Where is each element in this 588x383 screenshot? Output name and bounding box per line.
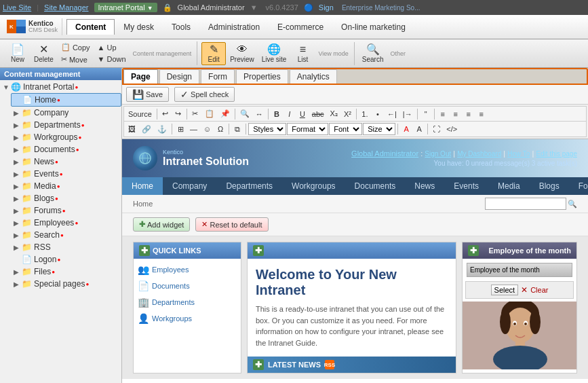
website-nav-media[interactable]: Media — [488, 177, 530, 195]
tree-row-departments[interactable]: ▶ 📁 Departments ● — [11, 119, 121, 131]
rte-align-justify-btn[interactable]: ≡ — [475, 109, 488, 120]
rte-maximize-btn[interactable]: ⛶ — [430, 124, 443, 134]
welcome-add-icon[interactable]: ✚ — [253, 245, 264, 256]
rte-image-btn[interactable]: 🖼 — [125, 124, 138, 134]
rte-undo-btn[interactable]: ↩ — [159, 108, 172, 120]
rte-paste-btn[interactable]: 📌 — [218, 108, 233, 120]
tree-row-company[interactable]: ▶ 📁 Company — [11, 107, 121, 119]
rte-blockquote-btn[interactable]: " — [420, 109, 432, 120]
breadcrumb-search-input[interactable] — [485, 198, 566, 210]
rte-source-btn[interactable]: Source — [125, 109, 155, 120]
tree-row-employees[interactable]: ▶ 📁 Employees ● — [11, 217, 121, 229]
tab-online-marketing[interactable]: On-line marketing — [332, 19, 414, 35]
quick-link-workgroups[interactable]: 👤 Workgroups — [136, 310, 238, 327]
rte-outdent-btn[interactable]: ←| — [385, 109, 399, 120]
live-site-button[interactable]: 🌐 Live site — [258, 42, 290, 65]
save-button[interactable]: 💾 Save — [126, 87, 169, 102]
tab-form[interactable]: Form — [201, 69, 235, 84]
rte-fontcolor-btn[interactable]: A — [400, 124, 412, 134]
tab-administration[interactable]: Administration — [199, 19, 269, 35]
global-admin-link[interactable]: Global Administrator — [351, 149, 418, 158]
tree-row-blogs[interactable]: ▶ 📁 Blogs ● — [11, 192, 121, 204]
breadcrumb-search-icon[interactable]: 🔍 — [568, 200, 577, 208]
website-nav-home[interactable]: Home — [122, 177, 163, 195]
tab-tools[interactable]: Tools — [163, 19, 199, 35]
quick-link-employees[interactable]: 👥 Employees — [136, 261, 238, 278]
website-nav-company[interactable]: Company — [163, 177, 216, 195]
tab-page[interactable]: Page — [123, 69, 158, 84]
rte-align-left-btn[interactable]: ≡ — [437, 109, 449, 120]
tab-design[interactable]: Design — [159, 69, 199, 84]
tree-row-workgroups[interactable]: ▶ 📁 Workgroups ● — [11, 131, 121, 143]
rte-redo-btn[interactable]: ↪ — [172, 108, 184, 120]
website-nav-documents[interactable]: Documents — [345, 177, 406, 195]
tree-row-special-pages[interactable]: ▶ 📁 Special pages ● — [11, 278, 121, 290]
add-widget-button[interactable]: ✚ Add widget — [133, 217, 190, 232]
rte-link-btn[interactable]: 🔗 — [139, 124, 154, 135]
rte-anchor-btn[interactable]: ⚓ — [155, 124, 170, 135]
rte-subscript-btn[interactable]: X₂ — [328, 108, 340, 120]
tree-row-events[interactable]: ▶ 📁 Events ● — [11, 168, 121, 180]
up-button[interactable]: ▲ Up — [94, 42, 130, 53]
rte-smiley-btn[interactable]: ☺ — [201, 124, 214, 134]
rte-font-select[interactable]: Font — [329, 123, 362, 135]
rte-italic-btn[interactable]: I — [283, 109, 296, 120]
rte-html-btn[interactable]: </> — [444, 124, 460, 134]
rte-list-ul-btn[interactable]: • — [372, 109, 384, 120]
employee-month-add-icon[interactable]: ✚ — [468, 245, 479, 256]
rte-replace-btn[interactable]: ↔ — [253, 109, 266, 120]
rte-table-btn[interactable]: ⊞ — [174, 124, 187, 135]
tree-row-home[interactable]: 📄 Home ● — [11, 93, 121, 107]
employee-clear-btn[interactable]: Clear — [530, 286, 548, 294]
tree-row-documents[interactable]: ▶ 📁 Documents ● — [11, 143, 121, 156]
website-nav-blogs[interactable]: Blogs — [530, 177, 569, 195]
rte-bold-btn[interactable]: B — [271, 109, 283, 120]
rte-styles-select[interactable]: Styles — [248, 123, 286, 135]
tab-my-desk[interactable]: My desk — [115, 19, 163, 35]
tree-row-logon[interactable]: 📄 Logon ● — [11, 253, 121, 266]
down-button[interactable]: ▼ Down — [94, 54, 130, 65]
delete-button[interactable]: ✕ Delete — [31, 42, 57, 65]
rte-strikethrough-btn[interactable]: abc — [309, 109, 327, 120]
rte-superscript-btn[interactable]: X² — [341, 109, 354, 120]
top-bar-site-manager[interactable]: Site Manager — [44, 3, 88, 12]
search-button[interactable]: 🔍 Search — [359, 42, 387, 65]
rte-indent-btn[interactable]: |→ — [400, 109, 415, 120]
tree-row-forums[interactable]: ▶ 📁 Forums ● — [11, 204, 121, 217]
tab-analytics[interactable]: Analytics — [290, 69, 337, 84]
rte-list-ol-btn[interactable]: 1. — [359, 109, 371, 120]
list-button[interactable]: ≡ List — [290, 42, 315, 65]
move-button[interactable]: ✂ Move — [58, 54, 94, 65]
spell-check-button[interactable]: ✓ Spell check — [174, 87, 235, 102]
tab-e-commerce[interactable]: E-commerce — [269, 19, 332, 35]
tab-properties[interactable]: Properties — [236, 69, 288, 84]
sign-out-link[interactable]: Sign Out — [425, 150, 451, 158]
website-nav-departments[interactable]: Departments — [216, 177, 282, 195]
rte-special-btn[interactable]: Ω — [214, 124, 227, 134]
website-nav-forums[interactable]: Forums — [569, 177, 588, 195]
dashboard-link[interactable]: My Dashboard — [457, 150, 501, 158]
website-nav-news[interactable]: News — [405, 177, 444, 195]
tree-row-news[interactable]: ▶ 📁 News ● — [11, 156, 121, 168]
latest-news-add-icon[interactable]: ✚ — [253, 359, 264, 370]
tree-toggle-intranet-portal[interactable]: ▼ — [3, 84, 11, 91]
preview-button[interactable]: 👁 Preview — [227, 42, 258, 65]
website-nav-events[interactable]: Events — [444, 177, 488, 195]
edit-this-page-link[interactable]: Edit this page — [536, 150, 577, 158]
new-button[interactable]: 📄 New — [5, 42, 30, 65]
top-bar-portal[interactable]: Intranet Portal ▼ — [94, 3, 157, 12]
top-bar-live-site[interactable]: Live Site — [3, 3, 31, 12]
edit-button[interactable]: ✎ Edit — [201, 42, 226, 65]
top-bar-sign[interactable]: Sign — [319, 3, 334, 12]
tree-row-media[interactable]: ▶ 📁 Media ● — [11, 180, 121, 192]
website-nav-workgroups[interactable]: Workgroups — [282, 177, 345, 195]
tree-row-rss[interactable]: ▶ 📁 RSS — [11, 241, 121, 253]
quick-link-documents[interactable]: 📄 Documents — [136, 278, 238, 294]
rte-bgcolor-btn[interactable]: A — [413, 124, 425, 134]
rte-copy-btn[interactable]: 📋 — [202, 108, 217, 120]
tree-row-search[interactable]: ▶ 📁 Search ● — [11, 229, 121, 241]
rte-align-right-btn[interactable]: ≡ — [463, 109, 475, 120]
quick-link-departments[interactable]: 🏢 Departments — [136, 294, 238, 310]
rte-align-center-btn[interactable]: ≡ — [450, 109, 462, 120]
quick-links-add-icon[interactable]: ✚ — [139, 245, 150, 256]
